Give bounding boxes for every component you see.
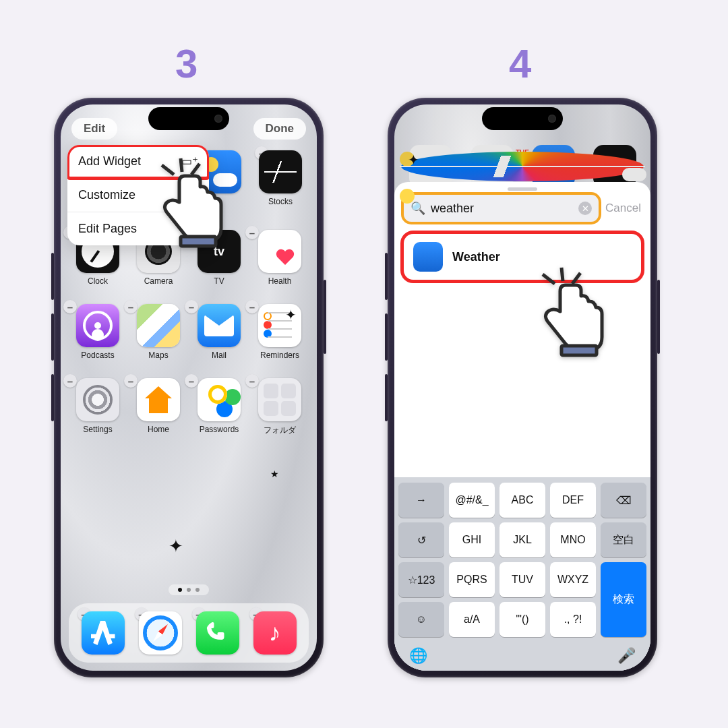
remove-badge[interactable]: – [245, 374, 259, 388]
svg-line-2 [191, 164, 200, 175]
passwords-icon [198, 378, 241, 421]
page-indicator[interactable] [169, 584, 209, 595]
app-settings[interactable]: –Settings [67, 378, 128, 436]
app-health[interactable]: –Health [249, 230, 310, 286]
key-pqrs[interactable]: PQRS [449, 562, 495, 597]
step-number-4: 4 [509, 40, 531, 87]
app-reminders[interactable]: –Reminders [249, 304, 310, 360]
app-podcasts[interactable]: –Podcasts [67, 304, 128, 360]
app-label: TV [214, 276, 224, 286]
key-wxyz[interactable]: WXYZ [550, 562, 596, 597]
folder-icon [258, 378, 301, 421]
key-symbols[interactable]: @#/&_ [449, 483, 495, 518]
remove-badge[interactable]: – [124, 300, 138, 313]
done-button[interactable]: Done [253, 118, 307, 140]
svg-line-1 [181, 158, 182, 172]
app-label: Podcasts [81, 351, 114, 360]
health-icon [258, 230, 301, 273]
app-label: Passwords [200, 425, 239, 434]
sheet-grabber[interactable] [508, 187, 537, 191]
remove-badge[interactable]: – [63, 374, 77, 388]
app-label: Mail [212, 351, 226, 360]
key-def[interactable]: DEF [550, 483, 596, 518]
app-label: Home [148, 425, 169, 434]
key-ghi[interactable]: GHI [449, 522, 495, 557]
appstore-icon [82, 611, 125, 655]
tap-hand-cursor [536, 266, 610, 361]
key-punct[interactable]: ., ?! [550, 602, 596, 637]
app-passwords[interactable]: –Passwords [189, 378, 249, 436]
app-label: Settings [83, 425, 112, 434]
app-label: Stocks [268, 197, 293, 206]
key-tab[interactable]: → [398, 483, 444, 518]
key-tuv[interactable]: TUV [499, 562, 545, 597]
app-folder[interactable]: –フォルダ [249, 378, 310, 436]
key-backspace[interactable]: ⌫ [601, 483, 646, 518]
app-mail[interactable]: –Mail [189, 304, 249, 360]
dynamic-island [482, 107, 563, 130]
globe-button[interactable]: 🌐 [409, 647, 427, 665]
key-search[interactable]: 検索 [601, 562, 646, 637]
svg-line-6 [572, 273, 580, 284]
podcasts-icon [76, 304, 119, 347]
key-123[interactable]: ☆123 [398, 562, 444, 597]
menu-label: Customize [78, 188, 135, 202]
remove-badge[interactable]: – [185, 300, 198, 313]
dock-music[interactable]: – [253, 611, 297, 655]
remove-badge[interactable]: – [124, 374, 138, 388]
edit-button[interactable]: Edit [71, 118, 117, 140]
stocks-icon [259, 150, 302, 193]
key-jkl[interactable]: JKL [499, 522, 545, 557]
phone-screen-step3: Edit Done – Stocks – –Clock –Camera –TV [61, 104, 317, 671]
key-quotes[interactable]: '"() [499, 602, 545, 637]
app-label: フォルダ [264, 425, 296, 436]
weather-icon [413, 242, 443, 272]
app-label: Health [268, 276, 292, 286]
result-label: Weather [452, 250, 500, 264]
app-label: Maps [148, 351, 168, 360]
maps-icon [137, 304, 180, 347]
remove-badge[interactable]: – [63, 300, 77, 313]
app-label: Camera [144, 276, 173, 286]
remove-badge[interactable]: – [185, 374, 198, 388]
menu-label: Add Widget [78, 154, 141, 169]
remove-badge[interactable]: – [245, 300, 259, 313]
cancel-button[interactable]: Cancel [605, 202, 641, 215]
phone-frame-step3: Edit Done – Stocks – –Clock –Camera –TV [54, 98, 324, 677]
app-maps[interactable]: –Maps [128, 304, 189, 360]
widget-picker-sheet: 🔍 weather ✕ Cancel Weather → @#/&_ ABC D… [394, 182, 650, 671]
dock-safari[interactable]: – [139, 611, 182, 655]
mail-icon [198, 304, 241, 347]
key-emoji[interactable]: ☺ [398, 602, 444, 637]
svg-rect-3 [181, 237, 216, 246]
dock-appstore[interactable]: – [82, 611, 125, 655]
home-icon [137, 378, 180, 421]
widget-search-field[interactable]: 🔍 weather ✕ [404, 195, 599, 222]
remove-badge[interactable]: – [245, 226, 259, 239]
svg-rect-7 [562, 346, 597, 355]
search-input[interactable]: weather [431, 202, 573, 216]
key-mno[interactable]: MNO [550, 522, 596, 557]
app-home[interactable]: –Home [128, 378, 189, 436]
menu-label: Edit Pages [78, 222, 137, 236]
dock-phone[interactable]: – [196, 611, 239, 655]
key-undo[interactable]: ↺ [398, 522, 444, 557]
svg-line-0 [162, 165, 174, 175]
app-stocks[interactable]: – Stocks [259, 150, 302, 206]
sparkle-icon: ✦ [408, 152, 419, 168]
search-icon: 🔍 [411, 201, 425, 216]
key-space[interactable]: 空白 [601, 522, 646, 557]
phone-screen-step4: ✦ 🔍 weather ✕ Cancel Weather → @#/&_ [394, 104, 650, 671]
key-case[interactable]: a/A [449, 602, 495, 637]
phone-frame-step4: ✦ 🔍 weather ✕ Cancel Weather → @#/&_ [388, 98, 657, 677]
music-icon [253, 611, 297, 655]
mic-button[interactable]: 🎤 [617, 647, 636, 665]
settings-icon [76, 378, 119, 421]
sparkle-icon: ✦ [285, 307, 297, 323]
safari-icon [139, 611, 182, 655]
dock: – – – – [69, 603, 309, 663]
clear-search-button[interactable]: ✕ [578, 202, 592, 215]
dynamic-island [148, 107, 229, 130]
app-label: Reminders [260, 351, 299, 360]
key-abc[interactable]: ABC [499, 483, 545, 518]
